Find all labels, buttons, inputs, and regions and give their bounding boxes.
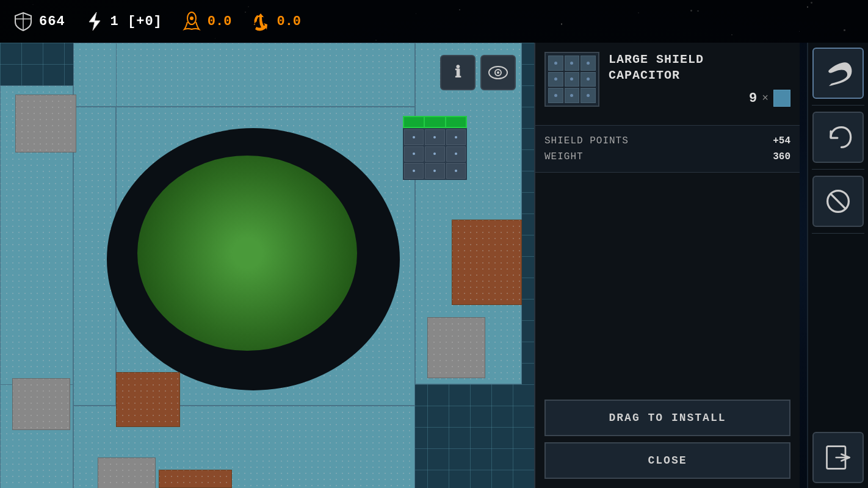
stat-row-shield: SHIELD POINTS +54 xyxy=(544,133,790,149)
action-buttons: DRAG TO INSTALL CLOSE xyxy=(535,393,800,488)
item-name-line1: LARGE SHIELD xyxy=(609,52,790,68)
module-grid-cell xyxy=(425,163,444,179)
item-stats: SHIELD POINTS +54 WEIGHT 360 xyxy=(535,126,800,173)
shield-stat: 664 xyxy=(12,10,65,32)
module-grid-cell xyxy=(446,146,466,162)
item-count-icon xyxy=(773,90,790,107)
module-grid xyxy=(403,128,467,180)
icon-cell xyxy=(548,56,563,71)
icon-cell xyxy=(565,72,580,87)
ban-button[interactable] xyxy=(812,176,864,227)
icon-cell xyxy=(548,72,563,87)
wing-button[interactable] xyxy=(812,48,864,99)
icon-cell xyxy=(580,72,596,87)
svg-point-7 xyxy=(497,71,499,74)
item-icon xyxy=(544,52,599,107)
item-name-line2: CAPACITOR xyxy=(609,68,790,84)
module-row-top xyxy=(403,116,467,128)
weight-value: 360 xyxy=(773,151,790,162)
game-area: ℹ xyxy=(0,43,534,488)
item-count: 9 xyxy=(749,91,757,106)
hud-bar: 664 1 [+0] 0.0 0.0 xyxy=(0,0,868,43)
panel-spacer xyxy=(535,173,800,393)
item-header: LARGE SHIELD CAPACITOR 9 × xyxy=(544,52,790,107)
grid-map[interactable]: ℹ xyxy=(0,43,534,488)
shield-value: 664 xyxy=(39,14,65,29)
right-panel: LARGE SHIELD CAPACITOR 9 × SHIELD POINTS… xyxy=(534,43,800,488)
shield-icon xyxy=(12,10,34,32)
icon-cell xyxy=(580,88,596,103)
module-grid-cell xyxy=(404,129,424,145)
module-cell xyxy=(425,117,444,127)
exit-button[interactable] xyxy=(812,432,864,483)
svg-marker-2 xyxy=(89,12,100,30)
module-grid-cell xyxy=(446,163,466,179)
weight-label: WEIGHT xyxy=(544,151,584,162)
thrust-value: 0.0 xyxy=(208,14,232,29)
shield-points-value: +54 xyxy=(773,135,790,146)
module-grid-cell xyxy=(425,129,444,145)
rocket-icon xyxy=(181,10,203,32)
item-title: LARGE SHIELD CAPACITOR 9 × xyxy=(609,52,790,107)
item-count-x: × xyxy=(762,92,769,104)
module-grid-cell xyxy=(425,146,444,162)
module-grid-cell xyxy=(446,129,466,145)
hull-tile xyxy=(116,43,415,107)
drag-to-install-button[interactable]: DRAG TO INSTALL xyxy=(544,400,790,436)
recycle-value: 0.0 xyxy=(277,14,301,29)
icon-cell xyxy=(580,56,596,71)
module-grid-cell xyxy=(404,163,424,179)
green-core xyxy=(137,156,357,351)
bolt-icon xyxy=(84,10,106,32)
recycle-stat: 0.0 xyxy=(250,10,301,32)
placing-module xyxy=(403,116,467,180)
stat-row-weight: WEIGHT 360 xyxy=(544,149,790,165)
eye-button[interactable] xyxy=(480,55,516,90)
sidebar-divider xyxy=(812,169,864,170)
svg-line-9 xyxy=(830,193,846,209)
energy-stat: 1 [+0] xyxy=(84,10,162,32)
item-info: LARGE SHIELD CAPACITOR 9 × xyxy=(535,43,800,126)
module-cell xyxy=(404,117,424,127)
svg-point-4 xyxy=(190,16,193,20)
module-cell xyxy=(446,117,466,127)
undo-button[interactable] xyxy=(812,112,864,163)
thrust-stat: 0.0 xyxy=(181,10,232,32)
info-button[interactable]: ℹ xyxy=(440,55,476,90)
shield-points-label: SHIELD POINTS xyxy=(544,135,629,146)
brown-tile-bottom xyxy=(159,470,232,488)
icon-cell xyxy=(548,88,563,103)
brown-tile-right xyxy=(452,220,522,305)
brown-tile-bottom-left xyxy=(116,372,180,427)
icon-cell xyxy=(565,56,580,71)
gray-tile-bottom-left2 xyxy=(98,458,156,488)
gray-tile-bottom-left xyxy=(12,378,70,430)
sidebar-divider xyxy=(812,233,864,234)
right-sidebar xyxy=(807,43,868,488)
close-button[interactable]: CLOSE xyxy=(544,442,790,479)
recycle-icon xyxy=(250,10,272,32)
sidebar-divider xyxy=(812,105,864,106)
map-buttons: ℹ xyxy=(440,55,516,90)
icon-cell xyxy=(565,88,580,103)
gray-tile-right-bottom xyxy=(427,317,485,378)
module-grid-cell xyxy=(404,146,424,162)
energy-value: 1 [+0] xyxy=(110,14,162,29)
gray-tile-top-left xyxy=(15,95,76,152)
item-count-row: 9 × xyxy=(609,90,790,107)
